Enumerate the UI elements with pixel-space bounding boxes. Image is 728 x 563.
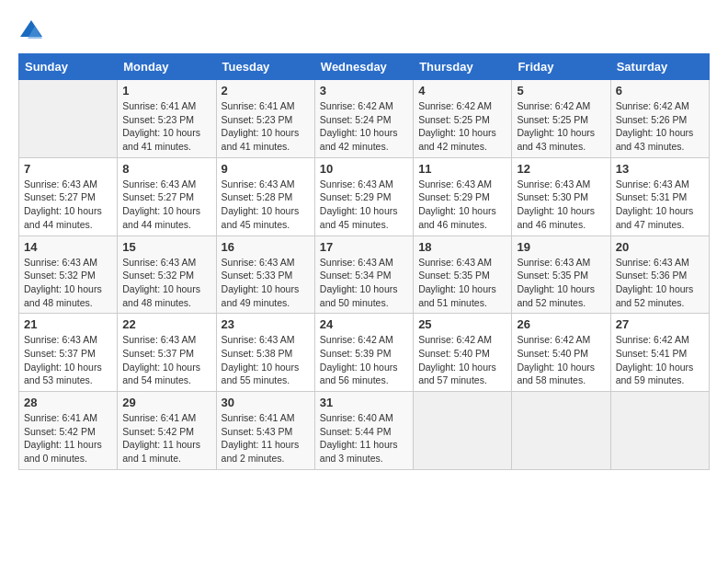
calendar-cell: 27Sunrise: 6:42 AMSunset: 5:41 PMDayligh… bbox=[610, 314, 709, 392]
calendar-cell: 16Sunrise: 6:43 AMSunset: 5:33 PMDayligh… bbox=[216, 236, 314, 314]
calendar-cell bbox=[414, 392, 512, 470]
day-info: Sunrise: 6:42 AMSunset: 5:39 PMDaylight:… bbox=[320, 333, 408, 387]
calendar-cell: 17Sunrise: 6:43 AMSunset: 5:34 PMDayligh… bbox=[314, 236, 413, 314]
day-info: Sunrise: 6:41 AMSunset: 5:23 PMDaylight:… bbox=[122, 99, 210, 154]
page-header bbox=[18, 18, 710, 44]
calendar-cell: 26Sunrise: 6:42 AMSunset: 5:40 PMDayligh… bbox=[512, 314, 610, 392]
calendar-cell: 1Sunrise: 6:41 AMSunset: 5:23 PMDaylight… bbox=[118, 80, 216, 158]
calendar-cell: 11Sunrise: 6:43 AMSunset: 5:29 PMDayligh… bbox=[414, 157, 512, 236]
calendar-cell: 31Sunrise: 6:40 AMSunset: 5:44 PMDayligh… bbox=[314, 392, 413, 470]
day-number: 16 bbox=[222, 240, 310, 254]
calendar-cell: 9Sunrise: 6:43 AMSunset: 5:28 PMDaylight… bbox=[216, 157, 314, 236]
calendar-cell: 4Sunrise: 6:42 AMSunset: 5:25 PMDaylight… bbox=[414, 80, 512, 158]
week-row-1: 1Sunrise: 6:41 AMSunset: 5:23 PMDaylight… bbox=[19, 80, 710, 158]
day-info: Sunrise: 6:41 AMSunset: 5:42 PMDaylight:… bbox=[122, 411, 210, 465]
day-info: Sunrise: 6:43 AMSunset: 5:35 PMDaylight:… bbox=[517, 256, 605, 310]
calendar-cell: 6Sunrise: 6:42 AMSunset: 5:26 PMDaylight… bbox=[610, 80, 709, 158]
week-row-3: 14Sunrise: 6:43 AMSunset: 5:32 PMDayligh… bbox=[19, 236, 710, 314]
calendar-cell: 12Sunrise: 6:43 AMSunset: 5:30 PMDayligh… bbox=[512, 157, 610, 236]
day-info: Sunrise: 6:43 AMSunset: 5:31 PMDaylight:… bbox=[616, 178, 704, 232]
day-info: Sunrise: 6:41 AMSunset: 5:23 PMDaylight:… bbox=[222, 99, 310, 154]
day-number: 11 bbox=[418, 162, 506, 176]
weekday-header-sunday: Sunday bbox=[19, 54, 118, 80]
day-number: 28 bbox=[24, 396, 112, 409]
day-info: Sunrise: 6:43 AMSunset: 5:27 PMDaylight:… bbox=[24, 178, 112, 232]
day-info: Sunrise: 6:43 AMSunset: 5:29 PMDaylight:… bbox=[418, 178, 506, 232]
calendar-cell: 18Sunrise: 6:43 AMSunset: 5:35 PMDayligh… bbox=[414, 236, 512, 314]
day-info: Sunrise: 6:43 AMSunset: 5:32 PMDaylight:… bbox=[122, 256, 210, 310]
day-number: 14 bbox=[24, 240, 112, 254]
day-number: 7 bbox=[24, 162, 112, 176]
calendar-cell: 24Sunrise: 6:42 AMSunset: 5:39 PMDayligh… bbox=[314, 314, 413, 392]
calendar-cell: 5Sunrise: 6:42 AMSunset: 5:25 PMDaylight… bbox=[512, 80, 610, 158]
weekday-header-row: SundayMondayTuesdayWednesdayThursdayFrid… bbox=[19, 54, 710, 80]
day-info: Sunrise: 6:42 AMSunset: 5:24 PMDaylight:… bbox=[320, 99, 408, 154]
calendar-cell: 22Sunrise: 6:43 AMSunset: 5:37 PMDayligh… bbox=[118, 314, 216, 392]
calendar-cell: 8Sunrise: 6:43 AMSunset: 5:27 PMDaylight… bbox=[118, 157, 216, 236]
day-info: Sunrise: 6:41 AMSunset: 5:43 PMDaylight:… bbox=[222, 411, 310, 465]
logo-icon bbox=[18, 18, 44, 44]
day-number: 22 bbox=[122, 317, 210, 331]
day-number: 18 bbox=[418, 240, 506, 254]
day-number: 10 bbox=[320, 162, 408, 176]
calendar-cell: 19Sunrise: 6:43 AMSunset: 5:35 PMDayligh… bbox=[512, 236, 610, 314]
day-number: 6 bbox=[616, 84, 704, 98]
week-row-4: 21Sunrise: 6:43 AMSunset: 5:37 PMDayligh… bbox=[19, 314, 710, 392]
day-info: Sunrise: 6:41 AMSunset: 5:42 PMDaylight:… bbox=[24, 411, 112, 465]
week-row-2: 7Sunrise: 6:43 AMSunset: 5:27 PMDaylight… bbox=[19, 157, 710, 236]
day-number: 4 bbox=[418, 84, 506, 98]
day-number: 26 bbox=[517, 317, 605, 331]
calendar-cell: 13Sunrise: 6:43 AMSunset: 5:31 PMDayligh… bbox=[610, 157, 709, 236]
day-info: Sunrise: 6:43 AMSunset: 5:34 PMDaylight:… bbox=[320, 256, 408, 310]
day-number: 21 bbox=[24, 317, 112, 331]
calendar-cell: 20Sunrise: 6:43 AMSunset: 5:36 PMDayligh… bbox=[610, 236, 709, 314]
day-info: Sunrise: 6:43 AMSunset: 5:30 PMDaylight:… bbox=[517, 178, 605, 232]
week-row-5: 28Sunrise: 6:41 AMSunset: 5:42 PMDayligh… bbox=[19, 392, 710, 470]
calendar-cell: 29Sunrise: 6:41 AMSunset: 5:42 PMDayligh… bbox=[118, 392, 216, 470]
weekday-header-thursday: Thursday bbox=[414, 54, 512, 80]
day-number: 5 bbox=[517, 84, 605, 98]
calendar-cell: 28Sunrise: 6:41 AMSunset: 5:42 PMDayligh… bbox=[19, 392, 118, 470]
weekday-header-monday: Monday bbox=[118, 54, 216, 80]
calendar-cell: 15Sunrise: 6:43 AMSunset: 5:32 PMDayligh… bbox=[118, 236, 216, 314]
day-info: Sunrise: 6:43 AMSunset: 5:35 PMDaylight:… bbox=[418, 256, 506, 310]
day-info: Sunrise: 6:42 AMSunset: 5:40 PMDaylight:… bbox=[517, 333, 605, 387]
logo bbox=[18, 18, 48, 44]
day-info: Sunrise: 6:40 AMSunset: 5:44 PMDaylight:… bbox=[320, 411, 408, 465]
calendar-cell: 14Sunrise: 6:43 AMSunset: 5:32 PMDayligh… bbox=[19, 236, 118, 314]
day-number: 31 bbox=[320, 396, 408, 409]
calendar-cell: 25Sunrise: 6:42 AMSunset: 5:40 PMDayligh… bbox=[414, 314, 512, 392]
day-number: 17 bbox=[320, 240, 408, 254]
day-info: Sunrise: 6:42 AMSunset: 5:40 PMDaylight:… bbox=[418, 333, 506, 387]
day-info: Sunrise: 6:42 AMSunset: 5:41 PMDaylight:… bbox=[616, 333, 704, 387]
day-number: 20 bbox=[616, 240, 704, 254]
day-number: 23 bbox=[222, 317, 310, 331]
day-info: Sunrise: 6:43 AMSunset: 5:28 PMDaylight:… bbox=[222, 178, 310, 232]
day-number: 8 bbox=[122, 162, 210, 176]
day-number: 19 bbox=[517, 240, 605, 254]
day-info: Sunrise: 6:43 AMSunset: 5:37 PMDaylight:… bbox=[122, 333, 210, 387]
day-number: 3 bbox=[320, 84, 408, 98]
day-info: Sunrise: 6:43 AMSunset: 5:29 PMDaylight:… bbox=[320, 178, 408, 232]
day-info: Sunrise: 6:43 AMSunset: 5:37 PMDaylight:… bbox=[24, 333, 112, 387]
weekday-header-friday: Friday bbox=[512, 54, 610, 80]
day-number: 12 bbox=[517, 162, 605, 176]
day-number: 24 bbox=[320, 317, 408, 331]
calendar-cell: 7Sunrise: 6:43 AMSunset: 5:27 PMDaylight… bbox=[19, 157, 118, 236]
weekday-header-saturday: Saturday bbox=[610, 54, 709, 80]
calendar-cell: 2Sunrise: 6:41 AMSunset: 5:23 PMDaylight… bbox=[216, 80, 314, 158]
weekday-header-tuesday: Tuesday bbox=[216, 54, 314, 80]
calendar-cell: 21Sunrise: 6:43 AMSunset: 5:37 PMDayligh… bbox=[19, 314, 118, 392]
day-number: 30 bbox=[222, 396, 310, 409]
day-number: 9 bbox=[222, 162, 310, 176]
day-info: Sunrise: 6:42 AMSunset: 5:25 PMDaylight:… bbox=[418, 99, 506, 154]
calendar-cell: 23Sunrise: 6:43 AMSunset: 5:38 PMDayligh… bbox=[216, 314, 314, 392]
day-number: 1 bbox=[122, 84, 210, 98]
calendar-cell bbox=[512, 392, 610, 470]
calendar-cell bbox=[19, 80, 118, 158]
day-info: Sunrise: 6:43 AMSunset: 5:33 PMDaylight:… bbox=[222, 256, 310, 310]
day-info: Sunrise: 6:43 AMSunset: 5:38 PMDaylight:… bbox=[222, 333, 310, 387]
day-number: 29 bbox=[122, 396, 210, 409]
day-number: 13 bbox=[616, 162, 704, 176]
calendar-cell: 30Sunrise: 6:41 AMSunset: 5:43 PMDayligh… bbox=[216, 392, 314, 470]
